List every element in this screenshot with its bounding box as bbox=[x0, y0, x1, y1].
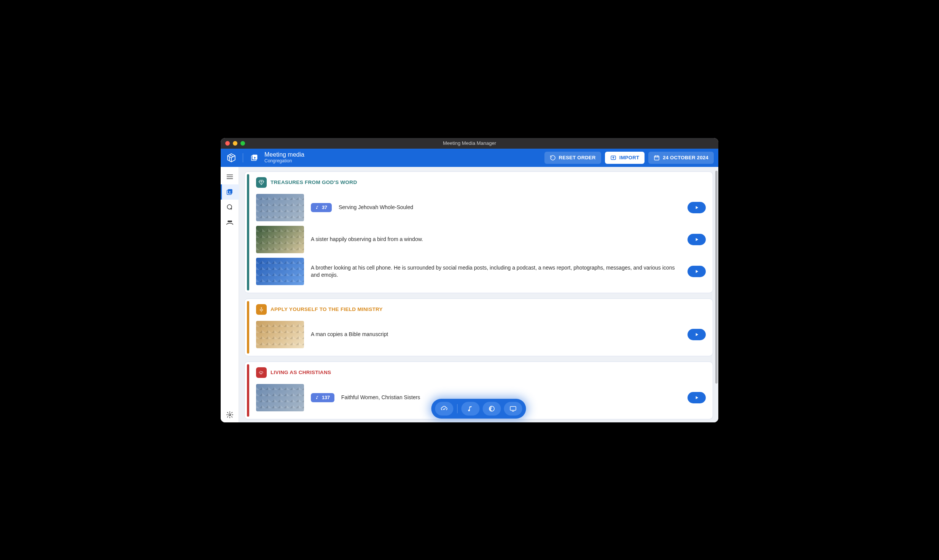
section-glyph bbox=[248, 152, 261, 164]
dock-divider bbox=[457, 404, 458, 413]
main-content: TREASURES FROM GOD'S WORD37Serving Jehov… bbox=[239, 167, 718, 422]
section-title: TREASURES FROM GOD'S WORD bbox=[271, 179, 357, 185]
media-thumbnail[interactable] bbox=[256, 194, 304, 221]
music-note-icon bbox=[315, 205, 320, 209]
app-header: Meeting media Congregation RESET ORDER I… bbox=[221, 149, 718, 167]
svg-rect-12 bbox=[510, 406, 516, 410]
obs-icon bbox=[488, 405, 496, 412]
divider bbox=[243, 153, 243, 162]
app-window: Meeting Media Manager Meet bbox=[221, 138, 718, 422]
import-label: IMPORT bbox=[619, 155, 639, 160]
diamond-icon bbox=[258, 179, 264, 186]
zoom-window-button[interactable] bbox=[240, 141, 245, 146]
page-title: Meeting media bbox=[264, 151, 304, 158]
section-icon-box bbox=[256, 177, 267, 188]
window-controls bbox=[225, 141, 245, 146]
sidebar-item-congregation[interactable] bbox=[221, 215, 239, 230]
media-thumbnail[interactable] bbox=[256, 321, 304, 348]
play-button[interactable] bbox=[688, 329, 706, 340]
section-stripe bbox=[247, 174, 249, 290]
media-row: A man copies a Bible manuscript bbox=[256, 319, 706, 351]
media-stack-icon bbox=[226, 188, 234, 196]
import-button[interactable]: IMPORT bbox=[605, 152, 645, 164]
sidebar-item-settings[interactable] bbox=[221, 407, 239, 422]
reset-order-label: RESET ORDER bbox=[559, 155, 596, 160]
section-icon-box bbox=[256, 304, 267, 315]
cloud-check-icon bbox=[441, 405, 448, 412]
media-title: A brother looking at his cell phone. He … bbox=[311, 264, 681, 279]
minimize-window-button[interactable] bbox=[233, 141, 237, 146]
scrollbar[interactable] bbox=[715, 171, 718, 384]
media-title: A sister happily observing a bird from a… bbox=[311, 236, 681, 243]
close-window-button[interactable] bbox=[225, 141, 230, 146]
dock-display-button[interactable] bbox=[504, 402, 522, 416]
svg-rect-0 bbox=[253, 154, 258, 159]
play-icon bbox=[694, 237, 699, 242]
play-button[interactable] bbox=[688, 202, 706, 213]
app-logo[interactable] bbox=[225, 152, 237, 164]
refresh-icon bbox=[550, 155, 556, 161]
media-title: Serving Jehovah Whole-Souled bbox=[339, 204, 681, 211]
dock-download-button[interactable] bbox=[435, 402, 454, 416]
section-icon-box bbox=[256, 367, 267, 378]
song-number: 137 bbox=[322, 395, 330, 400]
section-title: LIVING AS CHRISTIANS bbox=[271, 370, 331, 375]
section-header: TREASURES FROM GOD'S WORD bbox=[256, 177, 706, 188]
section-treasures: TREASURES FROM GOD'S WORD37Serving Jehov… bbox=[244, 171, 713, 293]
calendar-icon bbox=[654, 155, 660, 161]
media-thumbnail[interactable] bbox=[256, 226, 304, 253]
header-titles: Meeting media Congregation bbox=[264, 151, 304, 163]
play-button[interactable] bbox=[688, 392, 706, 403]
section-stripe bbox=[247, 301, 249, 354]
play-icon bbox=[694, 332, 699, 337]
media-row: A sister happily observing a bird from a… bbox=[256, 224, 706, 255]
media-row: 37Serving Jehovah Whole-Souled bbox=[256, 192, 706, 224]
svg-point-9 bbox=[229, 221, 230, 222]
titlebar: Meeting Media Manager bbox=[221, 138, 718, 149]
svg-rect-3 bbox=[654, 156, 659, 160]
song-badge: 137 bbox=[311, 393, 334, 402]
globe-cursor-icon bbox=[226, 203, 234, 211]
sidebar-menu-toggle[interactable] bbox=[221, 169, 239, 184]
media-stack-icon bbox=[250, 154, 259, 162]
dock-obs-button[interactable] bbox=[483, 402, 501, 416]
music-note-icon bbox=[315, 395, 320, 400]
section-header: APPLY YOURSELF TO THE FIELD MINISTRY bbox=[256, 304, 706, 315]
song-number: 37 bbox=[322, 205, 327, 210]
people-icon bbox=[226, 218, 234, 227]
hamburger-icon bbox=[226, 173, 234, 181]
music-note-icon bbox=[467, 405, 474, 412]
media-thumbnail[interactable] bbox=[256, 258, 304, 285]
sidebar-item-present[interactable] bbox=[221, 200, 239, 215]
media-dock bbox=[431, 399, 526, 419]
media-row: A brother looking at his cell phone. He … bbox=[256, 255, 706, 287]
section-stripe bbox=[247, 364, 249, 417]
page-subtitle: Congregation bbox=[264, 159, 304, 164]
gear-icon bbox=[226, 411, 234, 419]
sheep-icon bbox=[258, 370, 264, 376]
song-badge: 37 bbox=[311, 203, 332, 212]
date-label: 24 OCTOBER 2024 bbox=[663, 155, 708, 160]
date-button[interactable]: 24 OCTOBER 2024 bbox=[648, 152, 714, 164]
section-title: APPLY YOURSELF TO THE FIELD MINISTRY bbox=[271, 306, 383, 312]
body: TREASURES FROM GOD'S WORD37Serving Jehov… bbox=[221, 167, 718, 422]
reset-order-button[interactable]: RESET ORDER bbox=[544, 152, 601, 164]
play-icon bbox=[694, 395, 699, 400]
wheat-icon bbox=[258, 306, 264, 313]
play-icon bbox=[694, 205, 699, 210]
dock-music-button[interactable] bbox=[462, 402, 480, 416]
media-title: A man copies a Bible manuscript bbox=[311, 331, 681, 338]
cube-logo-icon bbox=[226, 153, 236, 163]
play-button[interactable] bbox=[688, 234, 706, 245]
svg-point-10 bbox=[229, 414, 231, 416]
play-button[interactable] bbox=[688, 266, 706, 277]
window-title: Meeting Media Manager bbox=[443, 140, 496, 146]
import-icon bbox=[610, 155, 616, 161]
media-thumbnail[interactable] bbox=[256, 384, 304, 411]
sidebar bbox=[221, 167, 239, 422]
sidebar-item-media[interactable] bbox=[221, 184, 239, 200]
play-icon bbox=[694, 269, 699, 274]
section-header: LIVING AS CHRISTIANS bbox=[256, 367, 706, 378]
section-apply: APPLY YOURSELF TO THE FIELD MINISTRYA ma… bbox=[244, 298, 713, 356]
monitor-icon bbox=[509, 405, 517, 412]
